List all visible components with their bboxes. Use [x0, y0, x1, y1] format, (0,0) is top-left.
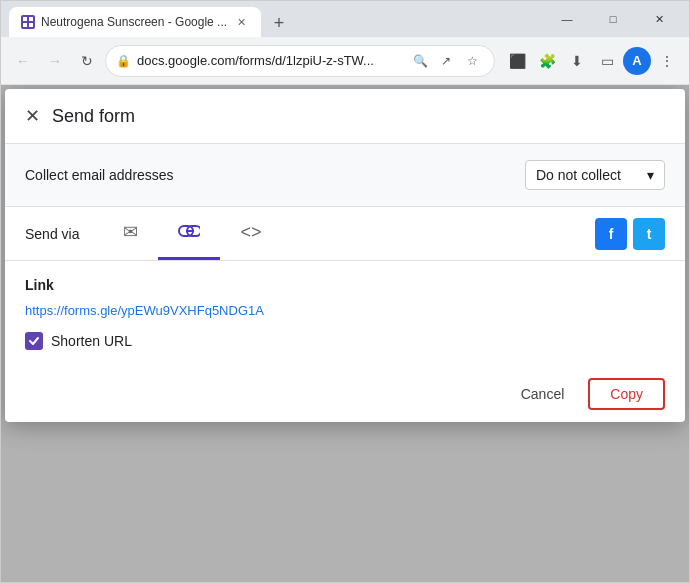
title-bar: Neutrogena Sunscreen - Google ... ✕ + — …: [1, 1, 689, 37]
back-button[interactable]: ←: [9, 47, 37, 75]
cancel-button[interactable]: Cancel: [509, 378, 577, 410]
svg-rect-0: [23, 17, 27, 21]
copy-button[interactable]: Copy: [588, 378, 665, 410]
collect-dropdown-arrow: ▾: [647, 167, 654, 183]
refresh-button[interactable]: ↻: [73, 47, 101, 75]
modal-close-icon[interactable]: ✕: [25, 105, 40, 127]
toolbar-icons: ⬛ 🧩 ⬇ ▭ A ⋮: [503, 47, 681, 75]
link-heading: Link: [25, 277, 665, 293]
facebook-share-button[interactable]: f: [595, 218, 627, 250]
facebook-icon: f: [609, 226, 614, 242]
twitter-icon: t: [647, 226, 652, 242]
send-via-label: Send via: [25, 214, 79, 254]
send-via-row: Send via ✉ <>: [5, 207, 685, 261]
link-url: https://forms.gle/ypEWu9VXHFq5NDG1A: [25, 303, 665, 318]
shorten-url-label: Shorten URL: [51, 333, 132, 349]
link-section: Link https://forms.gle/ypEWu9VXHFq5NDG1A…: [5, 261, 685, 366]
tab-bar: Neutrogena Sunscreen - Google ... ✕ +: [9, 1, 541, 37]
close-button[interactable]: ✕: [637, 3, 681, 35]
extensions-icon[interactable]: ⬛: [503, 47, 531, 75]
tab-link[interactable]: [158, 208, 220, 260]
url-actions: 🔍 ↗ ☆: [408, 49, 484, 73]
lock-icon: 🔒: [116, 54, 131, 68]
window-controls: — □ ✕: [545, 3, 681, 35]
active-tab[interactable]: Neutrogena Sunscreen - Google ... ✕: [9, 7, 261, 37]
tab-embed[interactable]: <>: [220, 208, 281, 260]
new-tab-button[interactable]: +: [265, 9, 293, 37]
tab-email[interactable]: ✉: [103, 207, 158, 260]
email-icon: ✉: [123, 221, 138, 243]
twitter-share-button[interactable]: t: [633, 218, 665, 250]
collect-dropdown[interactable]: Do not collect ▾: [525, 160, 665, 190]
modal-footer: Cancel Copy: [5, 366, 685, 422]
url-text: docs.google.com/forms/d/1lzpiU-z-sTW...: [137, 53, 402, 68]
collect-dropdown-value: Do not collect: [536, 167, 621, 183]
address-bar: ← → ↻ 🔒 docs.google.com/forms/d/1lzpiU-z…: [1, 37, 689, 85]
social-buttons: f t: [595, 218, 665, 250]
search-icon[interactable]: 🔍: [408, 49, 432, 73]
bookmark-icon[interactable]: ☆: [460, 49, 484, 73]
download-icon[interactable]: ⬇: [563, 47, 591, 75]
tab-title: Neutrogena Sunscreen - Google ...: [41, 15, 227, 29]
embed-icon: <>: [240, 222, 261, 243]
shorten-url-row: Shorten URL: [25, 332, 665, 350]
link-icon: [178, 222, 200, 243]
puzzle-icon[interactable]: 🧩: [533, 47, 561, 75]
browser-window: Neutrogena Sunscreen - Google ... ✕ + — …: [0, 0, 690, 583]
modal-title: Send form: [52, 106, 135, 127]
collect-email-row: Collect email addresses Do not collect ▾: [5, 144, 685, 207]
modal-header: ✕ Send form: [5, 89, 685, 144]
tab-favicon: [21, 15, 35, 29]
modal-backdrop: ✕ Send form Collect email addresses Do n…: [1, 85, 689, 582]
share-icon[interactable]: ↗: [434, 49, 458, 73]
profile-avatar[interactable]: A: [623, 47, 651, 75]
menu-icon[interactable]: ⋮: [653, 47, 681, 75]
svg-rect-3: [29, 23, 33, 27]
minimize-button[interactable]: —: [545, 3, 589, 35]
url-bar[interactable]: 🔒 docs.google.com/forms/d/1lzpiU-z-sTW..…: [105, 45, 495, 77]
svg-rect-1: [29, 17, 33, 21]
tab-close-button[interactable]: ✕: [233, 14, 249, 30]
maximize-button[interactable]: □: [591, 3, 635, 35]
collect-email-label: Collect email addresses: [25, 167, 174, 183]
svg-rect-2: [23, 23, 27, 27]
page-content: ✕ Send form Collect email addresses Do n…: [1, 85, 689, 582]
forward-button[interactable]: →: [41, 47, 69, 75]
send-form-modal: ✕ Send form Collect email addresses Do n…: [5, 89, 685, 422]
sidebar-icon[interactable]: ▭: [593, 47, 621, 75]
shorten-url-checkbox[interactable]: [25, 332, 43, 350]
